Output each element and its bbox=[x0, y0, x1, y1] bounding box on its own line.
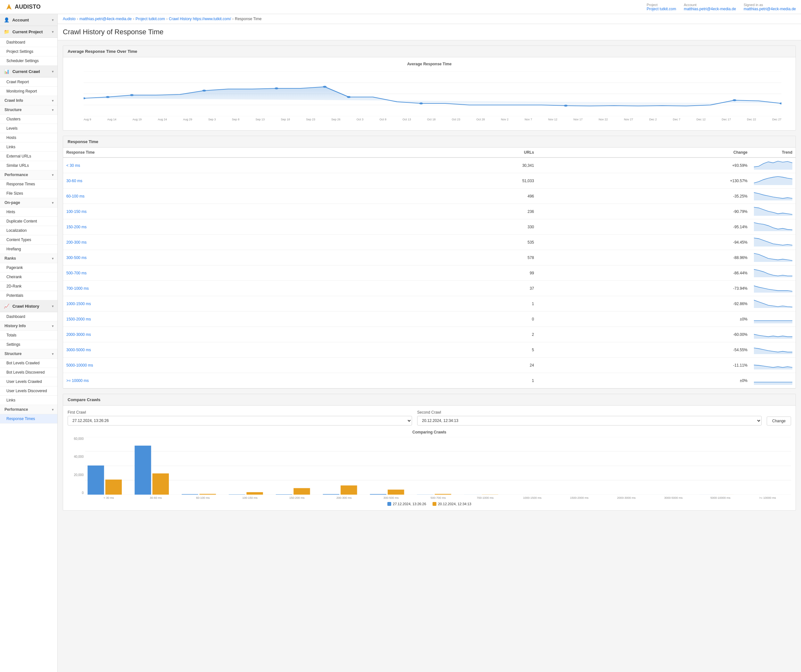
bar-x-label: 1500-2000 ms bbox=[556, 496, 603, 499]
sidebar-item-content-types[interactable]: Content Types bbox=[0, 235, 57, 245]
sidebar-item-totals[interactable]: Totals bbox=[0, 331, 57, 340]
bar-x-label: 60-100 ms bbox=[179, 496, 227, 499]
account-link[interactable]: matthias.petri@4eck-media.de bbox=[684, 7, 736, 11]
sidebar-group-performance-history[interactable]: Performance ▾ bbox=[0, 405, 57, 414]
sidebar-item-hreflang[interactable]: Hreflang bbox=[0, 245, 57, 254]
sidebar-item-file-sizes[interactable]: File Sizes bbox=[0, 189, 57, 198]
cell-range[interactable]: 500-700 ms bbox=[63, 265, 375, 281]
cell-range[interactable]: 1000-1500 ms bbox=[63, 296, 375, 311]
sidebar-group-ranks[interactable]: Ranks ▾ bbox=[0, 254, 57, 263]
cell-trend bbox=[751, 173, 796, 189]
history-info-chevron: ▾ bbox=[52, 324, 53, 328]
bar-x-label: 3000-5000 ms bbox=[650, 496, 697, 499]
svg-point-14 bbox=[202, 90, 206, 91]
sidebar-item-project-settings[interactable]: Project Settings bbox=[0, 47, 57, 56]
svg-point-16 bbox=[323, 86, 327, 88]
breadcrumb-project[interactable]: Project tutkit.com bbox=[135, 17, 165, 21]
cell-range[interactable]: >= 10000 ms bbox=[63, 373, 375, 388]
sidebar-item-hints[interactable]: Hints bbox=[0, 207, 57, 217]
cell-range[interactable]: 1500-2000 ms bbox=[63, 311, 375, 327]
sidebar-item-crawl-report[interactable]: Crawl Report bbox=[0, 77, 57, 87]
sidebar-item-potentials[interactable]: Potentials bbox=[0, 291, 57, 300]
sidebar-item-similar-urls[interactable]: Similar URLs bbox=[0, 161, 57, 170]
current-crawl-icon: 📊 bbox=[4, 69, 9, 74]
cell-range[interactable]: 150-200 ms bbox=[63, 219, 375, 235]
cell-change: -88.96% bbox=[537, 250, 751, 265]
cell-trend bbox=[751, 189, 796, 204]
sidebar-item-2d-rank[interactable]: 2D-Rank bbox=[0, 282, 57, 291]
svg-rect-29 bbox=[135, 446, 151, 495]
sidebar-item-dashboard-history[interactable]: Dashboard bbox=[0, 312, 57, 321]
sidebar-item-bot-levels-discovered[interactable]: Bot Levels Discovered bbox=[0, 368, 57, 377]
bar-chart-wrapper: 60,000 40,000 20,000 0 bbox=[68, 437, 791, 499]
page-title: Crawl History of Response Time bbox=[58, 24, 801, 40]
sidebar-item-response-times-history[interactable]: Response Times bbox=[0, 414, 57, 423]
sidebar-current-project-header[interactable]: 📁 Current Project ▾ bbox=[0, 26, 57, 38]
breadcrumb-audisto[interactable]: Audisto bbox=[63, 17, 76, 21]
cell-range[interactable]: 2000-3000 ms bbox=[63, 327, 375, 342]
cell-range[interactable]: 200-300 ms bbox=[63, 235, 375, 250]
table-row: < 30 ms 30,341 +93.59% bbox=[63, 157, 796, 173]
current-project-icon: 📁 bbox=[4, 29, 9, 34]
cell-range[interactable]: 30-60 ms bbox=[63, 173, 375, 189]
table-row: 2000-3000 ms 2 -60.00% bbox=[63, 327, 796, 342]
sidebar-item-hosts[interactable]: Hosts bbox=[0, 133, 57, 143]
performance-chevron: ▾ bbox=[52, 173, 53, 177]
project-link[interactable]: Project tutkit.com bbox=[647, 7, 676, 11]
sidebar-group-crawl-info[interactable]: Crawl Info ▾ bbox=[0, 96, 57, 105]
sidebar-item-clusters[interactable]: Clusters bbox=[0, 115, 57, 124]
cell-urls: 330 bbox=[375, 219, 537, 235]
cell-urls: 0 bbox=[375, 311, 537, 327]
sidebar-item-user-levels-crawled[interactable]: User Levels Crawled bbox=[0, 377, 57, 387]
sidebar-group-performance[interactable]: Performance ▾ bbox=[0, 170, 57, 180]
breadcrumb-crawl-history[interactable]: Crawl History https://www.tutkit.com/ bbox=[169, 17, 231, 21]
sidebar-item-links[interactable]: Links bbox=[0, 143, 57, 152]
breadcrumb-account[interactable]: matthias.petri@4eck-media.de bbox=[79, 17, 132, 21]
logo: AUDISTO bbox=[5, 3, 41, 11]
cell-range[interactable]: < 30 ms bbox=[63, 157, 375, 173]
sidebar-group-history-info[interactable]: History Info ▾ bbox=[0, 321, 57, 331]
cell-range[interactable]: 60-100 ms bbox=[63, 189, 375, 204]
table-row: 100-150 ms 236 -90.79% bbox=[63, 204, 796, 219]
sidebar-current-crawl-header[interactable]: 📊 Current Crawl ▾ bbox=[0, 66, 57, 77]
cell-urls: 99 bbox=[375, 265, 537, 281]
first-crawl-select[interactable]: 27.12.2024, 13:26:26 bbox=[68, 416, 412, 425]
sidebar-item-settings[interactable]: Settings bbox=[0, 340, 57, 349]
sidebar-item-dashboard-project[interactable]: Dashboard bbox=[0, 38, 57, 47]
cell-range[interactable]: 3000-5000 ms bbox=[63, 342, 375, 358]
sidebar-account-header[interactable]: 👤 Account ▾ bbox=[0, 14, 57, 26]
sidebar-item-user-levels-discovered[interactable]: User Levels Discovered bbox=[0, 387, 57, 396]
sidebar-item-monitoring-report[interactable]: Monitoring Report bbox=[0, 87, 57, 96]
sidebar-item-cheirank[interactable]: Cheirank bbox=[0, 273, 57, 282]
second-crawl-select[interactable]: 20.12.2024, 12:34:13 bbox=[417, 416, 762, 425]
cell-range[interactable]: 700-1000 ms bbox=[63, 281, 375, 296]
sidebar-item-levels[interactable]: Levels bbox=[0, 124, 57, 133]
sidebar-item-pagerank[interactable]: Pagerank bbox=[0, 263, 57, 273]
svg-point-12 bbox=[106, 96, 109, 98]
sidebar-item-scheduler-settings[interactable]: Scheduler Settings bbox=[0, 56, 57, 66]
breadcrumb-current: Response Time bbox=[235, 17, 261, 21]
cell-change: -35.25% bbox=[537, 189, 751, 204]
cell-urls: 2 bbox=[375, 327, 537, 342]
sidebar-group-structure[interactable]: Structure ▾ bbox=[0, 105, 57, 115]
sidebar-item-localization[interactable]: Localization bbox=[0, 226, 57, 235]
sidebar-group-onpage[interactable]: On-page ▾ bbox=[0, 198, 57, 207]
svg-rect-42 bbox=[435, 494, 451, 495]
cell-range[interactable]: 100-150 ms bbox=[63, 204, 375, 219]
sidebar-item-duplicate-content[interactable]: Duplicate Content bbox=[0, 217, 57, 226]
cell-range[interactable]: 5000-10000 ms bbox=[63, 358, 375, 373]
cell-urls: 37 bbox=[375, 281, 537, 296]
sidebar-item-external-urls[interactable]: External URLs bbox=[0, 152, 57, 161]
breadcrumb: Audisto › matthias.petri@4eck-media.de ›… bbox=[58, 14, 801, 24]
sidebar-item-response-times[interactable]: Response Times bbox=[0, 180, 57, 189]
signed-in-link[interactable]: matthias.petri@4eck-media.de bbox=[744, 7, 796, 11]
sidebar-group-structure-history[interactable]: Structure ▾ bbox=[0, 349, 57, 359]
sidebar-crawl-history-header[interactable]: 📈 Crawl History ▾ bbox=[0, 300, 57, 312]
change-button[interactable]: Change bbox=[767, 417, 791, 425]
avg-response-time-header: Average Response Time Over Time bbox=[63, 46, 796, 57]
svg-rect-37 bbox=[323, 494, 339, 495]
sidebar-item-links-history[interactable]: Links bbox=[0, 396, 57, 405]
table-row: 500-700 ms 99 -86.44% bbox=[63, 265, 796, 281]
sidebar-item-bot-levels-crawled[interactable]: Bot Levels Crawled bbox=[0, 359, 57, 368]
cell-range[interactable]: 300-500 ms bbox=[63, 250, 375, 265]
